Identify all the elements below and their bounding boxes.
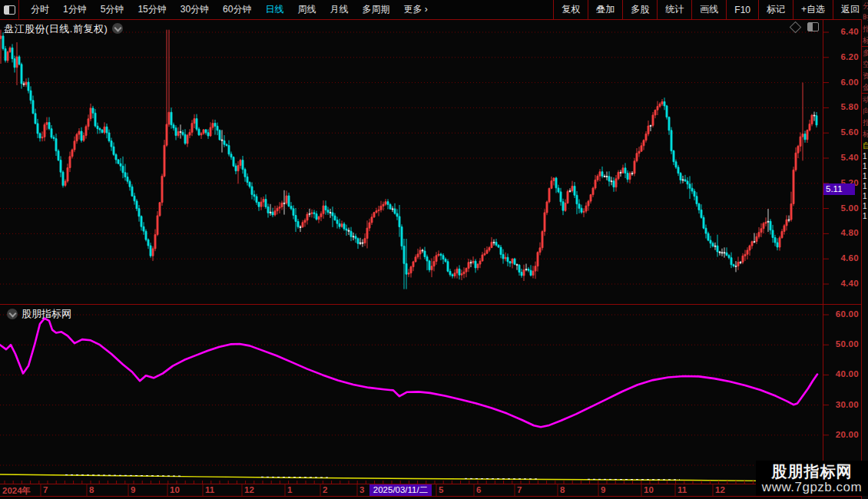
period-tab-更多 ›[interactable]: 更多 › xyxy=(396,3,434,16)
month-label: 9 xyxy=(131,485,135,494)
period-tab-月线[interactable]: 月线 xyxy=(323,3,355,16)
toolbar-divider xyxy=(0,19,868,20)
panel-divider xyxy=(0,304,868,305)
price-label: 6.20 xyxy=(825,52,859,61)
month-label: 11 xyxy=(678,485,687,494)
month-label: 11 xyxy=(205,485,214,494)
strip-glyph: 金 xyxy=(863,81,868,93)
strip-digit: 1 xyxy=(863,191,868,201)
watermark-url: www.7gpzb.com xyxy=(762,480,862,494)
trading-terminal: { "toolbar": { "left_items": [ {"label":… xyxy=(0,0,868,499)
strip-digit: 1 xyxy=(863,161,868,171)
month-label: 8 xyxy=(560,485,565,494)
chart-canvas[interactable] xyxy=(0,0,868,499)
month-label: 1 xyxy=(287,485,292,494)
price-label: 5.60 xyxy=(825,127,859,137)
right-sidebar-strip[interactable]: 分时指标多空资金动向指标自1111111 xyxy=(862,0,868,499)
diamond-marker-icon[interactable] xyxy=(790,21,802,33)
panel-toggle-icon xyxy=(4,5,15,15)
chevron-down-icon[interactable] xyxy=(112,23,123,34)
watermark-name: 股朋指标网 xyxy=(772,463,853,480)
strip-digit: 1 xyxy=(863,211,868,221)
sidebar-toggle-button[interactable] xyxy=(0,0,19,19)
period-tab-60分钟[interactable]: 60分钟 xyxy=(216,3,258,16)
period-tab-多周期[interactable]: 多周期 xyxy=(355,3,396,16)
period-tabs: 分时1分钟5分钟15分钟30分钟60分钟日线周线月线多周期更多 › xyxy=(19,3,435,16)
strip-glyph: 标 xyxy=(863,128,868,140)
month-label: 12 xyxy=(244,485,254,494)
month-label: 7 xyxy=(517,485,522,494)
period-tab-分时[interactable]: 分时 xyxy=(24,3,56,16)
tool-标记[interactable]: 标记 xyxy=(758,0,793,19)
strip-glyph: 多 xyxy=(863,47,868,58)
period-tab-1分钟[interactable]: 1分钟 xyxy=(56,3,94,16)
strip-glyph: 动 xyxy=(863,94,868,105)
month-label: 8 xyxy=(89,485,94,494)
indicator-label: 20.00 xyxy=(825,430,859,439)
strip-digit: 1 xyxy=(863,151,868,161)
month-label: 5 xyxy=(439,485,443,494)
month-label: 10 xyxy=(644,485,654,494)
strip-glyph: 标 xyxy=(863,35,868,46)
period-tab-30分钟[interactable]: 30分钟 xyxy=(174,3,216,16)
tool-多股[interactable]: 多股 xyxy=(622,0,657,19)
indicator-label: 40.00 xyxy=(825,369,859,378)
tool-+自选[interactable]: +自选 xyxy=(793,0,833,19)
chevron-down-icon[interactable] xyxy=(7,309,18,319)
year-label: 2024年 xyxy=(2,485,31,497)
month-label: 3 xyxy=(359,485,364,494)
month-label: 9 xyxy=(601,485,605,494)
strip-glyph: 向 xyxy=(863,105,868,117)
strip-glyph: 指 xyxy=(863,117,868,128)
month-label: 7 xyxy=(43,485,48,494)
price-label: 5.80 xyxy=(825,102,859,111)
month-label: 6 xyxy=(476,485,481,494)
price-axis-border xyxy=(823,20,823,496)
strip-digit: 1 xyxy=(863,201,868,211)
price-label: 5.40 xyxy=(825,153,859,162)
tool-画线[interactable]: 画线 xyxy=(691,0,726,19)
period-tab-日线[interactable]: 日线 xyxy=(258,3,290,16)
strip-digit: 1 xyxy=(863,171,868,181)
strip-glyph: 分 xyxy=(863,0,868,12)
price-label: 5.00 xyxy=(825,203,859,213)
month-label: 2 xyxy=(323,485,327,494)
price-label: 4.40 xyxy=(825,279,859,288)
period-tab-5分钟[interactable]: 5分钟 xyxy=(94,3,131,16)
tool-复权[interactable]: 复权 xyxy=(553,0,588,19)
month-label: 12 xyxy=(715,485,725,494)
chart-title: 盘江股份(日线.前复权) xyxy=(4,22,123,36)
strip-glyph: 资 xyxy=(863,70,868,81)
price-label: 6.00 xyxy=(825,78,859,87)
tool-F10[interactable]: F10 xyxy=(726,0,758,19)
strip-glyph: 指 xyxy=(863,23,868,35)
tool-统计[interactable]: 统计 xyxy=(657,0,691,19)
period-tab-15分钟[interactable]: 15分钟 xyxy=(131,3,173,16)
date-axis[interactable]: 2024年78910111212356789101112 xyxy=(0,484,868,496)
indicator-title: 股朋指标网 xyxy=(2,307,71,321)
price-label: 4.80 xyxy=(825,228,859,237)
tools-menu: 复权叠加多股统计画线F10标记+自选返回 xyxy=(553,0,868,19)
indicator-label: 50.00 xyxy=(825,339,859,349)
price-label: 6.40 xyxy=(825,27,859,36)
tool-叠加[interactable]: 叠加 xyxy=(588,0,622,19)
indicator-label: 30.00 xyxy=(825,400,859,409)
last-price-badge: 5.11 xyxy=(823,183,855,195)
split-view-icon[interactable] xyxy=(807,22,819,31)
strip-glyph: 空 xyxy=(863,58,868,70)
price-label: 4.60 xyxy=(825,253,859,263)
strip-digit: 1 xyxy=(863,181,868,191)
strip-glyph-highlight: 自 xyxy=(863,140,868,151)
strip-glyph: 时 xyxy=(863,12,868,23)
indicator-label: 60.00 xyxy=(825,309,859,319)
title-row-icons xyxy=(791,22,819,31)
top-toolbar: 分时1分钟5分钟15分钟30分钟60分钟日线周线月线多周期更多 › 复权叠加多股… xyxy=(0,0,868,19)
month-label: 10 xyxy=(170,485,180,494)
period-tab-周线[interactable]: 周线 xyxy=(290,3,323,16)
cursor-date-badge: 2025/03/11/二 xyxy=(369,484,432,496)
watermark: 股朋指标网 www.7gpzb.com xyxy=(756,461,868,496)
